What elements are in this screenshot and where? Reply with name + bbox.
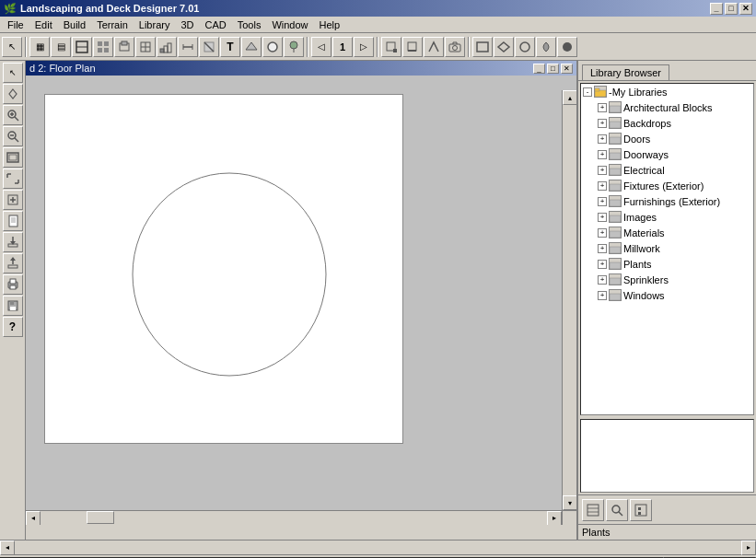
svg-point-30 bbox=[520, 42, 529, 52]
close-button[interactable]: ✕ bbox=[739, 3, 752, 15]
tool-circle[interactable] bbox=[262, 37, 283, 57]
library-item-0[interactable]: + Architectural Blocks bbox=[581, 99, 753, 115]
tool-grid[interactable] bbox=[93, 37, 113, 57]
library-browser-tab[interactable]: Library Browser bbox=[582, 64, 669, 80]
tool-library-obj[interactable] bbox=[114, 37, 134, 57]
menu-3d[interactable]: 3D bbox=[175, 17, 199, 33]
tool-wall[interactable] bbox=[72, 37, 92, 57]
tool-camera[interactable] bbox=[445, 37, 465, 57]
tool-floorplan[interactable]: ▦ bbox=[29, 37, 50, 57]
tool-view4[interactable] bbox=[536, 37, 556, 57]
hscroll-left[interactable]: ◂ bbox=[26, 511, 41, 526]
left-tool-plus[interactable] bbox=[3, 190, 23, 210]
tool-dim[interactable] bbox=[178, 37, 198, 57]
root-expand[interactable]: - bbox=[583, 87, 592, 97]
menu-help[interactable]: Help bbox=[314, 17, 346, 33]
vscroll-down[interactable]: ▾ bbox=[563, 495, 577, 510]
left-tool-fit[interactable] bbox=[3, 147, 23, 168]
menu-tools[interactable]: Tools bbox=[232, 17, 267, 33]
library-item-11[interactable]: + Sprinklers bbox=[581, 272, 753, 287]
left-tool-pan[interactable] bbox=[3, 84, 23, 104]
lib-btn-info[interactable] bbox=[630, 499, 652, 521]
tool-snap2[interactable] bbox=[402, 37, 423, 57]
item5-expand[interactable]: + bbox=[598, 181, 607, 191]
item2-expand[interactable]: + bbox=[598, 134, 607, 144]
left-tool-print[interactable] bbox=[3, 274, 23, 295]
menu-terrain[interactable]: Terrain bbox=[91, 17, 134, 33]
item11-expand[interactable]: + bbox=[598, 275, 607, 285]
fp-close[interactable]: ✕ bbox=[561, 64, 573, 74]
left-tool-zoom-in[interactable] bbox=[3, 105, 23, 125]
tool-arrow-right[interactable]: ▷ bbox=[354, 37, 374, 57]
tool-snap1[interactable] bbox=[381, 37, 401, 57]
item1-expand[interactable]: + bbox=[598, 119, 607, 128]
library-item-4[interactable]: + Electrical bbox=[581, 162, 753, 178]
library-root[interactable]: - -My Libraries bbox=[581, 84, 753, 99]
library-item-7[interactable]: + Images bbox=[581, 209, 753, 225]
maximize-button[interactable]: □ bbox=[725, 3, 738, 15]
library-tree[interactable]: - -My Libraries + Architectural Blocks + bbox=[580, 83, 754, 415]
tool-one[interactable]: 1 bbox=[332, 37, 353, 57]
left-tool-expand[interactable] bbox=[3, 169, 23, 189]
left-tool-page[interactable] bbox=[3, 211, 23, 231]
library-item-10[interactable]: + Plants bbox=[581, 256, 753, 272]
tool-arrow-left[interactable]: ◁ bbox=[311, 37, 331, 57]
vscroll-up[interactable]: ▴ bbox=[563, 90, 577, 105]
drawing-area[interactable] bbox=[44, 94, 403, 444]
lib-btn-search[interactable] bbox=[606, 499, 628, 521]
library-item-1[interactable]: + Backdrops bbox=[581, 115, 753, 131]
main-hscroll-right[interactable]: ▸ bbox=[741, 541, 756, 555]
floor-plan-window: d 2: Floor Plan _ □ ✕ ◂ bbox=[26, 61, 576, 540]
tool-view1[interactable] bbox=[472, 37, 493, 57]
left-tool-download[interactable] bbox=[3, 232, 23, 252]
tool-roof[interactable] bbox=[241, 37, 262, 57]
menu-edit[interactable]: Edit bbox=[29, 17, 58, 33]
tool-view2[interactable] bbox=[494, 37, 514, 57]
menu-library[interactable]: Library bbox=[134, 17, 176, 33]
library-item-3[interactable]: + Doorways bbox=[581, 146, 753, 162]
item6-expand[interactable]: + bbox=[598, 197, 607, 206]
hscroll-track[interactable] bbox=[41, 511, 547, 526]
library-item-8[interactable]: + Materials bbox=[581, 225, 753, 240]
library-item-6[interactable]: + Furnishings (Exterior) bbox=[581, 193, 753, 209]
menu-cad[interactable]: CAD bbox=[199, 17, 231, 33]
tool-symbol[interactable] bbox=[135, 37, 156, 57]
item3-expand[interactable]: + bbox=[598, 150, 607, 159]
menu-build[interactable]: Build bbox=[58, 17, 91, 33]
left-tool-zoom-out[interactable] bbox=[3, 126, 23, 146]
library-item-2[interactable]: + Doors bbox=[581, 131, 753, 146]
library-item-12[interactable]: + Windows bbox=[581, 287, 753, 303]
fp-minimize[interactable]: _ bbox=[533, 64, 545, 74]
tool-view5[interactable] bbox=[557, 37, 577, 57]
left-tool-help[interactable]: ? bbox=[3, 317, 23, 337]
lib-btn-catalog[interactable] bbox=[582, 499, 604, 521]
tool-text[interactable]: T bbox=[220, 37, 240, 57]
library-item-label-9: Millwork bbox=[623, 243, 660, 254]
floor-plan-content[interactable]: ◂ ▸ ▴ ▾ bbox=[26, 76, 576, 525]
tool-plant[interactable] bbox=[284, 37, 304, 57]
item4-expand[interactable]: + bbox=[598, 166, 607, 175]
tool-stairs[interactable] bbox=[157, 37, 177, 57]
library-item-9[interactable]: + Millwork bbox=[581, 240, 753, 256]
item0-expand[interactable]: + bbox=[598, 103, 607, 112]
item8-expand[interactable]: + bbox=[598, 228, 607, 238]
tool-view3[interactable] bbox=[515, 37, 535, 57]
tool-delete[interactable] bbox=[199, 37, 219, 57]
left-tool-save[interactable] bbox=[3, 296, 23, 316]
item12-expand[interactable]: + bbox=[598, 291, 607, 300]
item9-expand[interactable]: + bbox=[598, 244, 607, 253]
fp-maximize[interactable]: □ bbox=[547, 64, 559, 74]
main-hscroll-left[interactable]: ◂ bbox=[0, 541, 15, 555]
left-tool-upload[interactable] bbox=[3, 253, 23, 273]
minimize-button[interactable]: _ bbox=[710, 3, 723, 15]
hscroll-right[interactable]: ▸ bbox=[547, 511, 562, 526]
menu-window[interactable]: Window bbox=[266, 17, 313, 33]
menu-file[interactable]: File bbox=[2, 17, 29, 33]
item10-expand[interactable]: + bbox=[598, 260, 607, 269]
item7-expand[interactable]: + bbox=[598, 213, 607, 222]
library-item-5[interactable]: + Fixtures (Exterior) bbox=[581, 178, 753, 193]
tool-room[interactable]: ▤ bbox=[51, 37, 71, 57]
left-tool-select[interactable]: ↖ bbox=[3, 63, 23, 83]
tool-snap3[interactable] bbox=[424, 37, 444, 57]
tool-pointer[interactable]: ↖ bbox=[2, 37, 22, 57]
